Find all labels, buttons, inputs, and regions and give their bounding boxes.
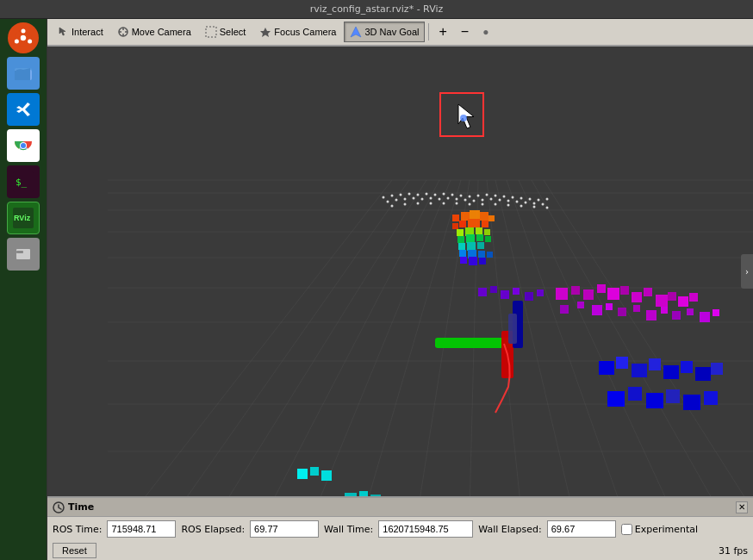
fps-display: 31 fps (719, 545, 748, 557)
ros-elapsed-label: ROS Elapsed: (181, 524, 245, 535)
experimental-checkbox-container: Experimental (621, 524, 698, 535)
chevron-right-icon: › (745, 267, 749, 277)
sidebar-item-files2[interactable] (7, 238, 40, 271)
focus-camera-icon (259, 26, 271, 38)
bottom-footer: Reset 31 fps (47, 541, 753, 560)
nav-goal-icon (350, 26, 362, 38)
toolbar: Interact Move Camera Select (47, 19, 753, 47)
svg-point-4 (15, 40, 19, 44)
zoom-in-button[interactable]: + (433, 22, 452, 42)
content-area: Interact Move Camera Select (47, 19, 753, 560)
sidebar-item-chrome[interactable] (7, 129, 40, 162)
experimental-checkbox-input[interactable] (621, 524, 632, 535)
wall-elapsed-label: Wall Elapsed: (478, 524, 541, 535)
svg-point-3 (28, 40, 32, 44)
sidebar-item-terminal[interactable]: $_ (7, 165, 40, 198)
svg-rect-18 (16, 251, 23, 253)
bottom-panel: Time ✕ ROS Time: ROS Elapsed: Wall Time:… (47, 496, 753, 560)
svg-point-2 (22, 29, 26, 34)
select-icon (205, 26, 217, 38)
reset-button[interactable]: Reset (53, 543, 96, 558)
svg-rect-23 (47, 47, 753, 496)
interact-button[interactable]: Interact (51, 22, 109, 42)
panel-collapse-handle[interactable]: › (741, 254, 753, 289)
move-camera-button[interactable]: Move Camera (111, 22, 197, 42)
ros-time-input[interactable] (107, 520, 176, 538)
experimental-label: Experimental (635, 524, 698, 535)
svg-marker-21 (260, 28, 271, 37)
focus-camera-button[interactable]: Focus Camera (253, 22, 342, 42)
bottom-panel-close[interactable]: ✕ (736, 501, 748, 513)
titlebar: rviz_config_astar.rviz* - RViz (0, 0, 753, 19)
zoom-fit-button[interactable]: ● (476, 22, 495, 42)
title-text: rviz_config_astar.rviz* - RViz (7, 3, 746, 15)
svg-rect-17 (16, 249, 30, 259)
svg-point-11 (21, 143, 26, 148)
wall-time-label: Wall Time: (324, 524, 373, 535)
sidebar-item-vscode[interactable] (7, 93, 40, 126)
separator-1 (428, 23, 429, 40)
sidebar-item-rviz[interactable]: RViz (7, 202, 40, 234)
svg-text:$_: $_ (16, 177, 28, 188)
viewport[interactable]: › (47, 47, 753, 496)
wall-time-input[interactable] (378, 520, 473, 538)
bottom-titlebar: Time ✕ (47, 498, 753, 517)
ros-elapsed-input[interactable] (250, 520, 319, 538)
clock-icon (53, 501, 65, 513)
main-layout: $_ RViz Intera (0, 19, 753, 560)
svg-text:RViz: RViz (14, 214, 31, 222)
svg-marker-22 (351, 27, 361, 37)
ros-time-label: ROS Time: (53, 524, 102, 535)
bottom-panel-title: Time (68, 501, 94, 513)
sidebar-item-files[interactable] (7, 57, 40, 90)
sidebar-item-ubuntu[interactable] (8, 22, 39, 53)
sidebar: $_ RViz (0, 19, 47, 560)
wall-elapsed-input[interactable] (547, 520, 616, 538)
grid (47, 47, 753, 496)
nav-goal-button[interactable]: 3D Nav Goal (344, 22, 425, 42)
bottom-fields: ROS Time: ROS Elapsed: Wall Time: Wall E… (47, 517, 753, 541)
move-camera-icon (117, 26, 129, 38)
svg-rect-20 (206, 27, 216, 37)
zoom-out-button[interactable]: − (455, 22, 475, 42)
interact-icon (57, 26, 69, 38)
svg-point-1 (20, 34, 27, 41)
select-button[interactable]: Select (199, 22, 252, 42)
